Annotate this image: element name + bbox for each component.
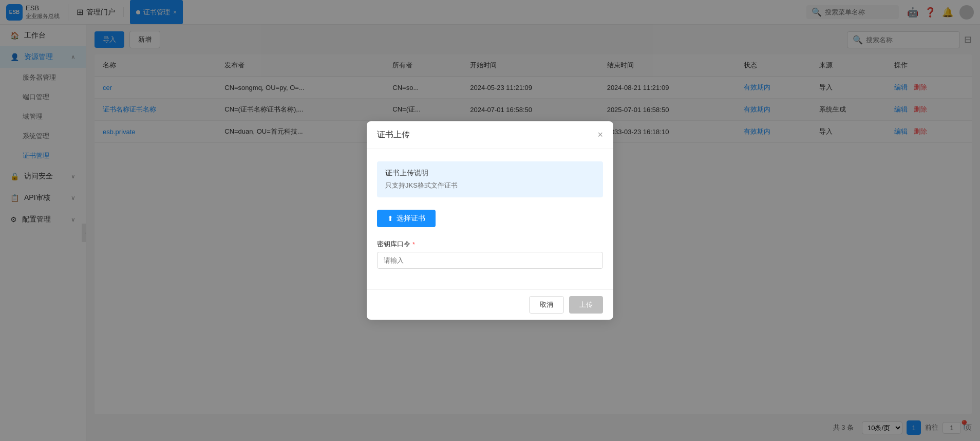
password-label-text: 密钥库口令 xyxy=(377,240,410,249)
password-label: 密钥库口令 * xyxy=(377,240,603,249)
upload-btn-area: ⬆ 选择证书 xyxy=(377,210,603,227)
modal-overlay[interactable]: 证书上传 × 证书上传说明 只支持JKS格式文件证书 ⬆ 选择证书 密钥库口令 … xyxy=(0,0,980,441)
upload-icon: ⬆ xyxy=(387,214,393,223)
upload-info-desc: 只支持JKS格式文件证书 xyxy=(385,181,595,190)
password-field: 密钥库口令 * xyxy=(377,240,603,269)
modal-title: 证书上传 xyxy=(377,130,410,140)
upload-modal: 证书上传 × 证书上传说明 只支持JKS格式文件证书 ⬆ 选择证书 密钥库口令 … xyxy=(367,121,613,320)
required-mark: * xyxy=(412,241,415,248)
modal-body: 证书上传说明 只支持JKS格式文件证书 ⬆ 选择证书 密钥库口令 * xyxy=(367,149,613,289)
password-input[interactable] xyxy=(377,252,603,269)
upload-button[interactable]: 上传 xyxy=(569,296,603,314)
upload-info: 证书上传说明 只支持JKS格式文件证书 xyxy=(377,161,603,197)
select-cert-button[interactable]: ⬆ 选择证书 xyxy=(377,210,436,227)
select-cert-label: 选择证书 xyxy=(397,214,425,223)
modal-header: 证书上传 × xyxy=(367,121,613,149)
modal-close-icon[interactable]: × xyxy=(597,130,603,140)
cancel-button[interactable]: 取消 xyxy=(529,296,564,314)
modal-footer: 取消 上传 xyxy=(367,289,613,320)
upload-info-title: 证书上传说明 xyxy=(385,169,595,178)
